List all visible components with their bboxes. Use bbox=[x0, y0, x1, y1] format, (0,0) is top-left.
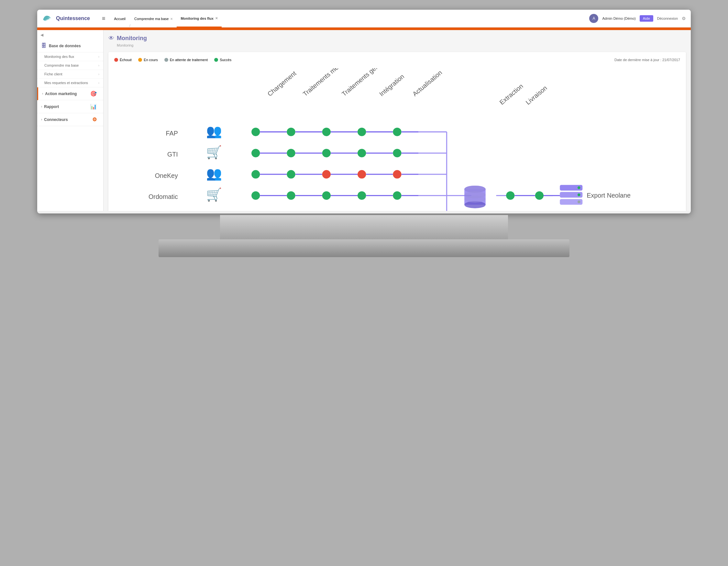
livraison-dot[interactable] bbox=[535, 191, 544, 200]
svg-point-78 bbox=[578, 201, 580, 204]
database-section-icon: 🗄 bbox=[41, 43, 46, 49]
row-onekey: 👥 OneKey bbox=[155, 166, 418, 181]
logo-text: Quintessence bbox=[56, 16, 90, 21]
page-breadcrumb: Monitoring bbox=[117, 43, 686, 47]
svg-text:Ordomatic: Ordomatic bbox=[149, 193, 178, 200]
svg-text:🛒: 🛒 bbox=[206, 145, 222, 160]
tab-monitoring[interactable]: Monitoring des flux ✕ bbox=[177, 10, 221, 28]
sidebar-item-rapport[interactable]: › Rapport 📊 bbox=[37, 100, 103, 113]
settings-icon[interactable]: ⚙ bbox=[682, 16, 686, 21]
dot[interactable] bbox=[358, 149, 366, 157]
right-column-headers: Extraction Livraison bbox=[498, 83, 548, 106]
svg-text:👥: 👥 bbox=[206, 208, 222, 211]
svg-text:OneKey: OneKey bbox=[155, 172, 178, 179]
dot[interactable] bbox=[287, 191, 295, 200]
sidebar-sub-monitoring-flux[interactable]: Monitoring des flux › bbox=[37, 52, 103, 61]
svg-point-77 bbox=[578, 194, 580, 196]
svg-text:Actualisation: Actualisation bbox=[411, 69, 444, 97]
legend: Échoué En cours En attente de traitement… bbox=[114, 58, 680, 62]
arrow-right-icon: › bbox=[98, 72, 99, 76]
tabs-bar: Accueil / Comprendre ma base ✕ Monitorin… bbox=[107, 10, 590, 28]
sidebar-sub-comprendre-base[interactable]: Comprendre ma base › bbox=[37, 61, 103, 70]
svg-text:Livraison: Livraison bbox=[524, 84, 548, 106]
svg-text:Chargement: Chargement bbox=[266, 70, 297, 98]
dot[interactable] bbox=[287, 128, 295, 136]
flow-diagram: Chargement Traitements métier Traitement… bbox=[114, 68, 680, 211]
dot[interactable] bbox=[251, 128, 260, 136]
page-header: 👁 Monitoring bbox=[108, 35, 686, 42]
export-server-icon bbox=[560, 185, 582, 205]
dot[interactable] bbox=[393, 149, 401, 157]
gear-icon: ⚙ bbox=[92, 117, 97, 123]
row-gti: 🛒 GTI bbox=[167, 145, 418, 160]
tab-accueil[interactable]: Accueil bbox=[110, 10, 129, 28]
dot[interactable] bbox=[251, 170, 260, 179]
row-ordomatic: 🛒 Ordomatic bbox=[149, 187, 418, 202]
svg-text:👥: 👥 bbox=[206, 166, 222, 181]
sidebar-item-base-donnees[interactable]: 🗄 Base de données bbox=[37, 40, 103, 52]
svg-text:Extraction: Extraction bbox=[498, 83, 524, 106]
legend-failed: Échoué bbox=[114, 58, 132, 62]
dot[interactable] bbox=[393, 128, 401, 136]
page-title: Monitoring bbox=[117, 35, 147, 42]
content-area: 👁 Monitoring Monitoring Échoué En cours bbox=[104, 30, 691, 211]
dot[interactable] bbox=[322, 149, 331, 157]
user-name: Admin Démo (Démo) bbox=[602, 17, 635, 20]
sidebar-collapse[interactable]: ◀ bbox=[37, 30, 103, 40]
hamburger-button[interactable]: ≡ bbox=[100, 14, 107, 24]
sidebar-item-connecteurs[interactable]: › Connecteurs ⚙ bbox=[37, 113, 103, 126]
legend-success: Succès bbox=[214, 58, 231, 62]
column-headers: Chargement Traitements métier Traitement… bbox=[266, 68, 443, 98]
dot-failed[interactable] bbox=[393, 170, 401, 179]
chevron-right-icon: › bbox=[41, 118, 42, 121]
database-icon[interactable] bbox=[464, 186, 486, 208]
sidebar: ◀ 🗄 Base de données Monitoring des flux … bbox=[37, 30, 104, 211]
success-dot bbox=[214, 58, 218, 62]
dot[interactable] bbox=[322, 128, 331, 136]
export-label: Export Neolane bbox=[587, 192, 631, 199]
main-layout: ◀ 🗄 Base de données Monitoring des flux … bbox=[37, 30, 691, 211]
row-fap: 👥 FAP bbox=[166, 124, 418, 139]
svg-text:Traitements métier: Traitements métier bbox=[302, 68, 347, 98]
sidebar-sub-requetes[interactable]: Mes requetes et extractions › bbox=[37, 79, 103, 87]
dot[interactable] bbox=[287, 149, 295, 157]
svg-text:👥: 👥 bbox=[206, 124, 222, 139]
svg-text:🛒: 🛒 bbox=[206, 187, 222, 202]
logo-area: Quintessence bbox=[42, 14, 100, 23]
dot[interactable] bbox=[251, 191, 260, 200]
dot-failed[interactable] bbox=[322, 170, 331, 179]
aide-button[interactable]: Aide bbox=[640, 15, 653, 22]
dot[interactable] bbox=[287, 170, 295, 179]
arrow-right-icon: › bbox=[98, 81, 99, 85]
chevron-right-icon: › bbox=[41, 105, 42, 108]
sidebar-sub-fiche-client[interactable]: Fiche client › bbox=[37, 70, 103, 79]
svg-point-76 bbox=[578, 186, 580, 189]
deconnexion-button[interactable]: Déconnexion bbox=[657, 17, 678, 20]
dot[interactable] bbox=[358, 191, 366, 200]
top-right-area: A Admin Démo (Démo) Aide Déconnexion ⚙ bbox=[589, 14, 686, 23]
last-update-text: Date de dernière mise à jour : 21/07/201… bbox=[614, 58, 680, 62]
tab-close-comprendre[interactable]: ✕ bbox=[170, 17, 173, 21]
dot-failed[interactable] bbox=[358, 170, 366, 179]
target-icon: 🎯 bbox=[90, 91, 97, 97]
dot[interactable] bbox=[322, 191, 331, 200]
legend-waiting: En attente de traitement bbox=[164, 58, 208, 62]
dot[interactable] bbox=[251, 149, 260, 157]
arrow-right-icon: › bbox=[98, 55, 99, 59]
arrow-right-icon: › bbox=[98, 64, 99, 67]
row-refweb: 👥 RefWeb bbox=[155, 208, 418, 211]
dot[interactable] bbox=[393, 191, 401, 200]
extraction-dot[interactable] bbox=[506, 191, 514, 200]
connector-lines bbox=[418, 132, 471, 211]
sidebar-item-action-marketing[interactable]: › Action marketing 🎯 bbox=[37, 87, 103, 100]
tab-comprendre[interactable]: Comprendre ma base ✕ bbox=[130, 10, 177, 28]
waiting-dot bbox=[164, 58, 168, 62]
dot[interactable] bbox=[358, 128, 366, 136]
svg-text:Intégration: Intégration bbox=[378, 73, 405, 98]
svg-text:GTI: GTI bbox=[167, 151, 178, 158]
legend-in-progress: En cours bbox=[138, 58, 158, 62]
logo-icon bbox=[42, 14, 53, 23]
monitor-stand-base bbox=[159, 239, 569, 257]
tab-close-monitoring[interactable]: ✕ bbox=[215, 17, 218, 20]
failed-dot bbox=[114, 58, 118, 62]
